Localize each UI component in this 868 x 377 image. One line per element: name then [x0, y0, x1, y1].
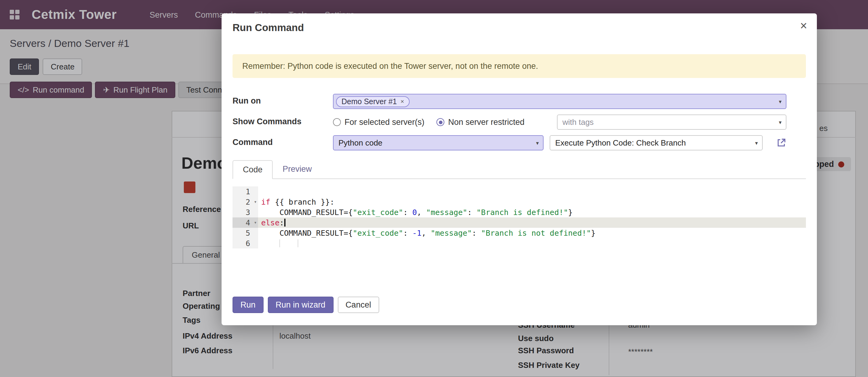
run-in-wizard-button[interactable]: Run in wizard: [268, 297, 334, 313]
gutter-line-number: 2▾: [232, 197, 258, 207]
code-line[interactable]: if {{ branch }}:: [258, 197, 806, 207]
indent-guide: [279, 239, 280, 247]
show-commands-label: Show Commands: [232, 115, 333, 126]
cancel-button[interactable]: Cancel: [338, 297, 379, 313]
indent-guide: [298, 239, 298, 247]
gutter-line-number: 5: [232, 228, 258, 238]
close-icon[interactable]: ×: [800, 20, 807, 32]
gutter-line-number: 4▾: [232, 218, 258, 228]
modal-footer: Run Run in wizard Cancel: [232, 297, 379, 313]
tab-code[interactable]: Code: [232, 160, 273, 179]
code-line[interactable]: [258, 186, 806, 197]
modal-form: Run on Demo Server #1 × ▾ Show Commands: [232, 94, 806, 150]
with-tags-select[interactable]: with tags ▾: [557, 115, 786, 130]
run-on-label: Run on: [232, 94, 333, 105]
fold-arrow-icon[interactable]: ▾: [254, 218, 257, 228]
gutter-line-number: 1: [232, 186, 258, 197]
chevron-down-icon: ▾: [536, 140, 539, 146]
radio-circle-icon: [333, 118, 341, 126]
external-link-icon[interactable]: [776, 138, 786, 148]
chevron-down-icon: ▾: [779, 119, 781, 125]
tab-preview[interactable]: Preview: [273, 160, 322, 178]
code-line[interactable]: COMMAND_RESULT={"exit_code": 0, "message…: [258, 207, 806, 218]
modal-header: Run Command ×: [222, 13, 817, 36]
gutter-line-number: 3: [232, 207, 258, 218]
screen: Cetmix Tower Servers Commands Files Tool…: [0, 0, 868, 377]
chevron-down-icon: ▾: [779, 99, 781, 105]
run-on-select[interactable]: Demo Server #1 × ▾: [333, 94, 786, 109]
run-button[interactable]: Run: [232, 297, 264, 313]
command-label: Command: [232, 135, 333, 147]
run-command-modal: Run Command × Remember: Python code is e…: [222, 13, 817, 325]
chevron-down-icon: ▾: [755, 140, 758, 146]
code-editor[interactable]: 12▾34▾56 if {{ branch }}: COMMAND_RESULT…: [232, 186, 806, 249]
command-type-select[interactable]: Python code ▾: [333, 135, 544, 150]
modal-tabs: Code Preview: [232, 160, 806, 179]
server-tag-pill: Demo Server #1 ×: [336, 96, 410, 107]
code-lines: if {{ branch }}: COMMAND_RESULT={"exit_c…: [258, 186, 806, 249]
text-cursor: [284, 219, 285, 227]
radio-non-server-restricted[interactable]: Non server restricted: [437, 118, 525, 127]
gutter-line-number: 6: [232, 238, 258, 249]
warning-alert: Remember: Python code is executed on the…: [232, 54, 806, 78]
code-line[interactable]: [258, 238, 806, 249]
code-line[interactable]: COMMAND_RESULT={"exit_code": -1, "messag…: [258, 228, 806, 238]
radio-circle-selected-icon: [437, 118, 445, 126]
remove-tag-icon[interactable]: ×: [401, 98, 404, 105]
modal-title: Run Command: [232, 22, 304, 33]
code-gutter: 12▾34▾56: [232, 186, 258, 249]
command-select[interactable]: Execute Python Code: Check Branch ▾: [550, 135, 763, 150]
code-line[interactable]: else:: [258, 218, 806, 228]
fold-arrow-icon[interactable]: ▾: [254, 197, 257, 207]
radio-for-selected-servers[interactable]: For selected server(s): [333, 118, 425, 127]
